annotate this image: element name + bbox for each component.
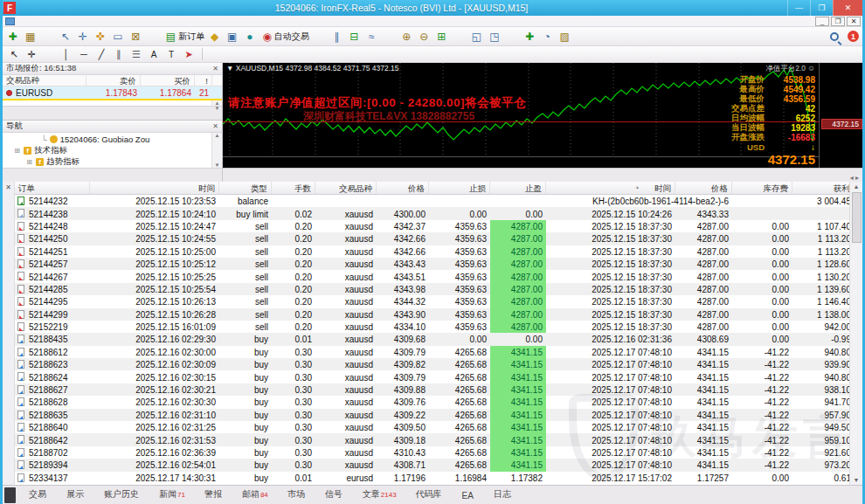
tree-item-indicators[interactable]: ⊞f 技术指标 xyxy=(3,145,222,156)
restore-button[interactable]: ❐ xyxy=(810,0,833,16)
toolbox-tab[interactable]: 代码库 xyxy=(406,486,453,504)
drawing-tool-button[interactable]: ➤ xyxy=(180,47,197,61)
table-scrollbar[interactable]: ▲ ▼ xyxy=(849,182,862,485)
toolbox-tab[interactable]: 日志 xyxy=(484,486,522,504)
history-row[interactable]: 52188435 2025.12.16 02:29:30 buy 0.01 xa… xyxy=(15,333,849,345)
drawing-tool-button[interactable]: ─ xyxy=(75,47,93,61)
toolbar-button[interactable]: ✚ xyxy=(5,29,23,45)
toolbar-button[interactable]: ✚ xyxy=(522,29,540,45)
history-row[interactable]: 52144295 2025.12.15 10:26:13 sell 0.20 x… xyxy=(15,295,849,307)
history-row[interactable]: 52144285 2025.12.15 10:25:54 sell 0.20 x… xyxy=(15,283,849,295)
drawing-tool-button[interactable] xyxy=(40,47,58,61)
tree-item-trend[interactable]: ⊞f 趋势指标 xyxy=(3,156,222,168)
history-row[interactable]: 52144251 2025.12.15 10:25:00 sell 0.20 x… xyxy=(15,245,849,258)
toolbar-button[interactable]: ◉自动交易 xyxy=(260,29,311,45)
drawing-tool-button[interactable]: ☰ xyxy=(128,47,145,61)
drawing-tool-button[interactable]: T xyxy=(163,47,180,61)
timeframe-button[interactable] xyxy=(354,48,375,61)
timeframe-button[interactable] xyxy=(228,48,249,61)
history-row[interactable]: 52144267 2025.12.15 10:25:25 sell 0.20 x… xyxy=(15,270,849,282)
toolbar-button[interactable] xyxy=(146,29,163,45)
toolbar-button[interactable]: ⊖ xyxy=(417,29,434,45)
navigator-scrollbar[interactable]: ▲▼ xyxy=(211,133,222,168)
toolbar-button[interactable] xyxy=(505,29,522,45)
toolbox-tab[interactable]: 邮箱84 xyxy=(232,486,278,504)
tree-item-account[interactable]: └ 15204066: Guobiao Zou xyxy=(3,134,222,145)
toolbar-button[interactable] xyxy=(312,29,329,45)
toolbar-button[interactable]: ≈ xyxy=(364,29,382,45)
symbol-row-eurusd[interactable]: EURUSD 1.17843 1.17864 21 xyxy=(3,86,222,99)
timeframe-button[interactable] xyxy=(207,48,228,61)
toolbar-button[interactable] xyxy=(382,29,399,45)
history-row[interactable]: 52188624 2025.12.16 02:30:15 buy 0.30 xa… xyxy=(15,370,849,383)
toolbox-tab[interactable]: 新闻71 xyxy=(149,486,195,504)
toolbar-button[interactable]: ▣ xyxy=(225,29,242,45)
timeframe-button[interactable] xyxy=(333,48,354,61)
toolbar-button[interactable]: ◱ xyxy=(469,29,487,45)
toolbar-button[interactable]: ◔ xyxy=(540,29,557,45)
close-icon[interactable]: ✕ xyxy=(212,122,218,130)
scrollbar-thumb[interactable] xyxy=(852,192,862,243)
price-chart[interactable]: ▼ XAUUSD,M15 4372.98 4384.52 4371.75 437… xyxy=(223,63,819,168)
toolbox-close-icon[interactable]: ✕ xyxy=(5,183,11,191)
drawing-tool-button[interactable]: ↖ xyxy=(5,47,23,61)
history-row[interactable]: 52188628 2025.12.16 02:30:30 buy 0.30 xa… xyxy=(15,396,849,408)
drawing-tool-button[interactable]: ╱ xyxy=(93,47,110,61)
timeframe-button[interactable] xyxy=(270,48,291,61)
mdi-minimize-button[interactable]: _ xyxy=(815,17,829,26)
toolbox-tab[interactable]: 文章2143 xyxy=(353,486,406,504)
toolbox-tab[interactable]: 信号 xyxy=(315,486,353,504)
history-row[interactable]: 52144232 2025.12.15 10:23:53 balance KH-… xyxy=(15,195,849,207)
toolbar-button[interactable]: ▨ xyxy=(557,29,575,45)
history-row[interactable]: 52144250 2025.12.15 10:24:55 sell 0.20 x… xyxy=(15,232,849,245)
history-row[interactable]: 52188642 2025.12.16 02:31:53 buy 0.30 xa… xyxy=(15,433,849,445)
close-button[interactable]: ✕ xyxy=(833,0,862,16)
timeframe-button[interactable] xyxy=(291,48,312,61)
toolbox-tab[interactable]: 市场 xyxy=(278,486,315,504)
toolbar-button[interactable]: ▭ xyxy=(110,29,128,45)
drawing-tool-button[interactable]: ∥ xyxy=(110,47,128,61)
search-icon[interactable] xyxy=(830,32,839,41)
toolbar-button[interactable]: ∥ xyxy=(329,29,347,45)
timeframe-button[interactable] xyxy=(312,48,333,61)
history-row[interactable]: 52188623 2025.12.16 02:30:09 buy 0.30 xa… xyxy=(15,358,849,370)
history-row[interactable]: 52144248 2025.12.15 10:24:47 sell 0.20 x… xyxy=(15,220,849,232)
history-row[interactable]: 52189394 2025.12.16 02:54:01 buy 0.30 xa… xyxy=(15,459,849,471)
history-row[interactable]: 52334137 2025.12.17 14:30:31 buy 0.01 eu… xyxy=(15,472,849,484)
notification-badge[interactable]: 1 xyxy=(848,31,859,42)
toolbox-tab[interactable]: 警报 xyxy=(195,486,232,504)
toolbar-button[interactable]: ⊞ xyxy=(434,29,452,45)
drawing-tool-button[interactable]: ✛ xyxy=(23,47,40,61)
history-row[interactable]: 52144299 2025.12.15 10:26:28 sell 0.20 x… xyxy=(15,308,849,321)
history-row[interactable]: 52188640 2025.12.16 02:31:25 buy 0.30 xa… xyxy=(15,421,849,433)
toolbar-button[interactable]: ✜ xyxy=(93,29,110,45)
toolbar-button[interactable]: ✛ xyxy=(75,29,93,45)
minimize-button[interactable]: — xyxy=(787,0,810,16)
toolbar-button[interactable]: ⊕ xyxy=(399,29,417,45)
close-icon[interactable]: ✕ xyxy=(212,65,218,72)
price-axis[interactable]: 4372.15 xyxy=(819,63,862,168)
mdi-restore-button[interactable]: ❐ xyxy=(831,17,845,26)
toolbox-tab[interactable]: EA xyxy=(453,488,484,504)
drawing-tool-button[interactable]: A xyxy=(145,47,163,61)
toolbox-grip-icon[interactable] xyxy=(4,487,16,503)
toolbar-button[interactable]: ▤新订单 xyxy=(163,29,207,45)
history-row[interactable]: 52188627 2025.12.16 02:30:21 buy 0.30 xa… xyxy=(15,383,849,396)
history-row[interactable]: 52144257 2025.12.15 10:25:12 sell 0.20 x… xyxy=(15,258,849,270)
toolbar-button[interactable]: ◳ xyxy=(487,29,504,45)
toolbox-tab[interactable]: 展示 xyxy=(57,486,94,504)
toolbar-button[interactable]: ⊠ xyxy=(128,29,146,45)
toolbar-button[interactable]: ● xyxy=(242,29,260,45)
toolbox-tab[interactable]: 交易 xyxy=(19,486,57,504)
timeframe-button[interactable] xyxy=(375,48,396,61)
toolbar-button[interactable]: ◆ xyxy=(207,29,225,45)
history-row[interactable]: 52152219 2025.12.15 16:01:09 sell 0.20 x… xyxy=(15,321,849,333)
history-row[interactable]: 52144238 2025.12.15 10:24:10 buy limit 0… xyxy=(15,207,849,219)
toolbar-button[interactable]: ↖ xyxy=(58,29,75,45)
toolbar-button[interactable]: ▦ xyxy=(23,29,40,45)
history-row[interactable]: 52188612 2025.12.16 02:30:00 buy 0.30 xa… xyxy=(15,346,849,358)
history-row[interactable]: 52188702 2025.12.16 02:36:39 buy 0.30 xa… xyxy=(15,446,849,459)
market-watch-scrollbar[interactable]: ▲▼ xyxy=(211,100,222,106)
timeframe-button[interactable] xyxy=(249,48,270,61)
toolbar-button[interactable] xyxy=(40,29,58,45)
